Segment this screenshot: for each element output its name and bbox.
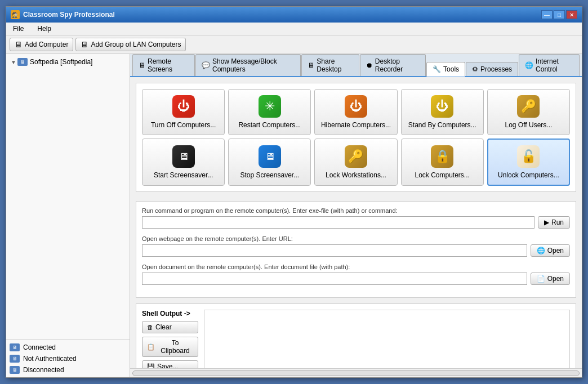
clipboard-icon: 📋 [147,343,155,351]
commands-section: Run command or program on the remote com… [136,201,576,298]
logoff-icon: 🔑 [517,95,540,118]
stop-screensaver-icon: 🖥 [259,145,281,168]
tab-share-desktop[interactable]: 🖥 Share Desktop [301,54,359,76]
open-doc-label: Open document on the remote computer(s).… [142,264,570,270]
tab-processes[interactable]: ⚙ Processes [466,62,518,76]
menu-file[interactable]: File [8,24,28,34]
restart-computers-button[interactable]: ✳ Restart Computers... [228,89,311,135]
add-computer-label: Add Computer [25,41,68,48]
add-group-button[interactable]: 🖥 Add Group of LAN Computers [75,38,186,51]
status-connected: 🖥 Connected [10,343,126,351]
toolbar: 🖥 Add Computer 🖥 Add Group of LAN Comput… [6,35,582,54]
horizontal-scrollbar[interactable] [132,370,580,376]
remote-screens-icon: 🖥 [139,61,145,69]
tab-remote-screens-label: Remote Screens [148,57,189,73]
tab-internet-control-label: Internet Control [536,57,573,73]
tab-tools[interactable]: 🔧 Tools [426,62,465,77]
minimize-button[interactable]: — [541,10,553,19]
computer-group-icon: 🖥 [17,58,28,66]
logoff-users-button[interactable]: 🔑 Log Off Users... [487,89,570,135]
sidebar-tree: ▼ 🖥 Softpedia [Softpedia] [6,54,130,340]
title-bar-left: 🕵 Classroom Spy Professional [11,10,115,19]
restart-label: Restart Computers... [238,121,301,129]
menu-bar: File Help [6,23,582,35]
lock-computers-icon: 🔒 [431,145,453,168]
title-bar: 🕵 Classroom Spy Professional — □ ✕ [6,7,582,23]
tab-desktop-recorder-label: Desktop Recorder [375,57,420,73]
tab-show-message[interactable]: 💬 Show Message/Block Computers [195,54,301,76]
open-url-label: Open webpage on the remote computer(s). … [142,235,570,242]
lock-computers-button[interactable]: 🔒 Lock Computers... [401,139,484,186]
panel-content: ⏻ Turn Off Computers... ✳ Restart Comput… [130,77,582,368]
open-doc-button[interactable]: 📄 Open [531,273,570,285]
clear-icon: 🗑 [147,324,153,331]
turn-off-computers-button[interactable]: ⏻ Turn Off Computers... [142,89,225,135]
save-btn-label: Save... [157,363,178,368]
processes-icon: ⚙ [472,65,478,73]
sidebar: ▼ 🖥 Softpedia [Softpedia] 🖥 Connected [6,54,130,377]
main-window: 🕵 Classroom Spy Professional — □ ✕ File … [6,6,582,378]
tab-internet-control[interactable]: 🌐 Internet Control [519,54,580,76]
doc-input[interactable] [142,273,527,285]
status-not-authenticated: 🖥 Not Authenticated [10,355,126,363]
disconnected-icon: 🖥 [10,366,20,374]
not-auth-label: Not Authenticated [23,355,77,363]
app-icon: 🕵 [11,10,20,19]
window-title: Classroom Spy Professional [23,11,115,19]
hibernate-computers-button[interactable]: ⏻ Hibernate Computers... [314,89,397,135]
lock-workstations-icon: 🔑 [345,145,367,168]
hibernate-icon: ⏻ [345,95,367,118]
shell-section: Shell Output -> 🗑 Clear 📋 To Clipboard 💾… [136,303,576,368]
main-content: ▼ 🖥 Softpedia [Softpedia] 🖥 Connected [6,54,582,377]
url-input[interactable] [142,244,527,257]
message-icon: 💬 [202,61,210,69]
stop-screensaver-label: Stop Screensaver... [240,171,299,179]
save-button[interactable]: 💾 Save... [142,360,198,368]
tab-desktop-recorder[interactable]: ⏺ Desktop Recorder [360,54,426,76]
tab-bar: 🖥 Remote Screens 💬 Show Message/Block Co… [130,54,582,77]
unlock-computers-label: Unlock Computers... [498,171,559,179]
tree-item-label: Softpedia [Softpedia] [30,58,92,66]
monitor-icon: 🖥 [15,40,23,49]
menu-help[interactable]: Help [33,24,56,34]
tree-expand-icon: ▼ [11,59,15,65]
turn-off-icon: ⏻ [172,95,195,118]
close-button[interactable]: ✕ [566,10,577,19]
tools-grid: ⏻ Turn Off Computers... ✳ Restart Comput… [136,83,576,192]
open-doc-row: Open document on the remote computer(s).… [142,264,570,285]
lock-workstations-button[interactable]: 🔑 Lock Workstations... [314,139,397,186]
start-screensaver-button[interactable]: 🖥 Start Screensaver... [142,139,225,186]
add-computer-button[interactable]: 🖥 Add Computer [10,38,73,51]
stop-screensaver-button[interactable]: 🖥 Stop Screensaver... [228,139,311,186]
open-url-row: Open webpage on the remote computer(s). … [142,235,570,257]
open-url-btn-label: Open [547,247,564,254]
lock-workstations-label: Lock Workstations... [326,171,386,179]
save-icon: 💾 [147,363,155,369]
open-url-button[interactable]: 🌐 Open [531,244,570,257]
clear-button[interactable]: 🗑 Clear [142,321,198,333]
start-screensaver-label: Start Screensaver... [154,171,213,179]
standby-label: Stand By Computers... [408,121,476,129]
run-button[interactable]: ▶ Run [538,216,570,229]
lock-computers-label: Lock Computers... [415,171,470,179]
tab-remote-screens[interactable]: 🖥 Remote Screens [132,54,195,76]
monitor-icon-connected: 🖥 [12,345,17,350]
restore-button[interactable]: □ [554,10,565,19]
tree-item-softpedia[interactable]: ▼ 🖥 Softpedia [Softpedia] [8,56,127,68]
recorder-icon: ⏺ [366,61,373,69]
connected-label: Connected [23,343,56,351]
monitor-icon-disconnected: 🖥 [12,367,17,373]
start-screensaver-icon: 🖥 [172,145,195,168]
logoff-label: Log Off Users... [505,121,552,129]
standby-computers-button[interactable]: ⏻ Stand By Computers... [401,89,484,135]
open-doc-icon: 📄 [537,275,545,283]
unlock-computers-icon: 🔓 [517,145,540,168]
scrollbar-area [130,368,582,377]
unlock-computers-button[interactable]: 🔓 Unlock Computers... [487,139,570,186]
group-icon: 🖥 [81,40,88,49]
run-icon: ▶ [544,218,549,226]
clipboard-button[interactable]: 📋 To Clipboard [142,337,198,357]
tab-share-desktop-label: Share Desktop [317,57,353,73]
tab-tools-label: Tools [443,65,459,73]
run-command-input[interactable] [142,216,534,229]
